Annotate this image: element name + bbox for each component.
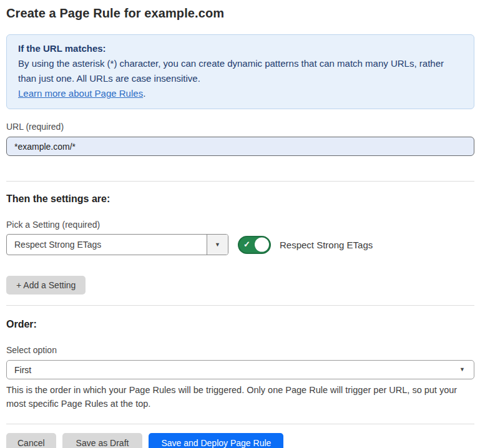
page-title: Create a Page Rule for example.com [6,6,474,21]
toggle-label: Respect Strong ETags [280,240,373,250]
section-divider [6,305,474,306]
info-box-link-line: Learn more about Page Rules. [18,86,463,101]
info-box-body: By using the asterisk (*) character, you… [18,56,455,86]
order-help-text: This is the order in which your Page Rul… [6,383,471,411]
footer-actions: Cancel Save as Draft Save and Deploy Pag… [6,433,474,448]
url-input[interactable] [6,137,474,156]
create-page-rule-dialog: Create a Page Rule for example.com If th… [0,0,480,448]
save-draft-button[interactable]: Save as Draft [62,433,143,448]
toggle-knob [255,238,269,252]
pick-setting-label: Pick a Setting (required) [6,220,474,230]
etags-toggle[interactable]: ✓ [238,236,271,254]
setting-row: Respect Strong ETags ▼ ✓ Respect Strong … [6,234,474,255]
link-period: . [143,88,145,99]
url-field-label: URL (required) [6,122,474,132]
info-box-heading: If the URL matches: [18,41,463,56]
cancel-button[interactable]: Cancel [6,433,56,448]
order-select[interactable]: First ▼ [6,360,474,379]
setting-dropdown-value: Respect Strong ETags [7,235,207,255]
order-heading: Order: [6,319,474,330]
section-divider [6,181,474,182]
check-icon: ✓ [243,240,250,249]
setting-dropdown[interactable]: Respect Strong ETags ▼ [6,234,228,255]
chevron-down-icon: ▼ [459,367,465,373]
dropdown-arrow-button[interactable]: ▼ [207,235,228,255]
order-select-value: First [14,365,31,375]
learn-more-link[interactable]: Learn more about Page Rules [18,88,143,99]
add-setting-button[interactable]: + Add a Setting [6,276,86,295]
order-select-label: Select option [6,345,474,355]
footer-divider [6,424,474,424]
save-deploy-button[interactable]: Save and Deploy Page Rule [149,433,283,448]
url-match-info-box: If the URL matches: By using the asteris… [6,34,474,109]
settings-heading: Then the settings are: [6,193,474,205]
chevron-down-icon: ▼ [215,242,220,248]
